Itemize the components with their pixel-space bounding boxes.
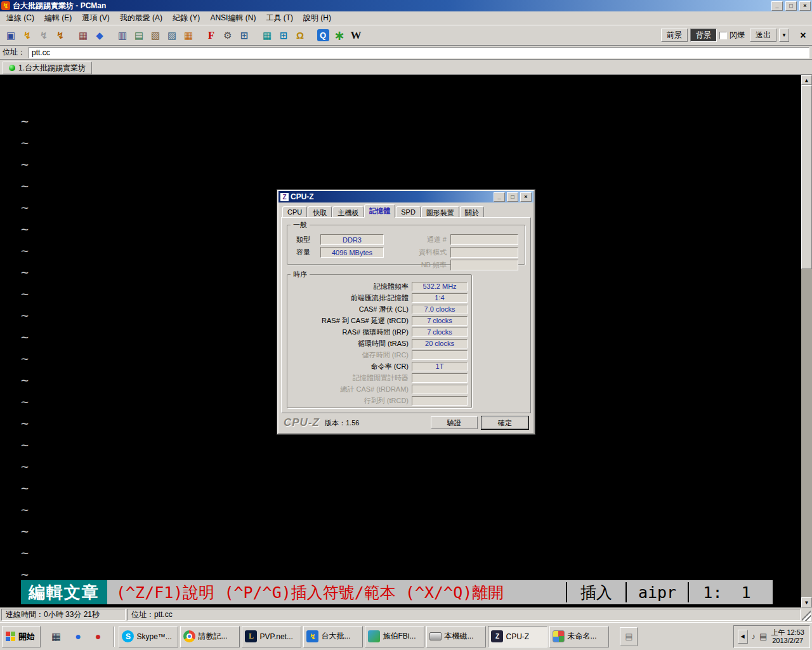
font-icon[interactable]: F [203,28,219,43]
session-tab[interactable]: 1.台大批踢踢實業坊 [3,62,92,74]
menu-item[interactable]: 工具 (T) [261,11,298,25]
timing-value: 1T [412,362,468,371]
wikipedia-icon[interactable]: W [348,28,364,43]
close-session-icon[interactable]: ▦ [75,28,91,43]
timing-row: 總計 CAS# (tRDRAM) [289,384,468,394]
menu-item[interactable]: 選項 (V) [77,11,114,25]
start-button[interactable]: 開始 [2,626,41,647]
menu-item[interactable]: 紀錄 (Y) [167,11,205,25]
pcman-web-icon[interactable]: Q [315,28,331,43]
memory-type-value: DDR3 [320,234,384,245]
background-button[interactable]: 背景 [690,29,717,42]
split-view-icon[interactable]: ⊞ [236,28,252,43]
start-label: 開始 [18,631,35,642]
tilde-line: ~ [21,110,812,132]
toolbar: ▣↯↯↯▦◆▥▤▧▨▦F⚙⊞▦⊞ΩQ∗W 前景 背景 閃爍 送出 ▼ × [0,25,812,46]
calculator-icon[interactable]: ▦ [51,630,61,642]
send-button[interactable]: 送出 [750,29,776,42]
validate-button[interactable]: 驗證 [431,416,478,429]
taskbar-button-messenger[interactable]: 施伯FBi... [365,626,424,647]
taskbar-button-skype[interactable]: S Skype™... [119,626,178,647]
timing-row: 儲存時間 (tRC) [289,350,468,360]
new-connection-icon[interactable]: ▣ [3,28,19,43]
taskbar-button-cpuz[interactable]: Z CPU-Z [488,626,547,647]
network-icon[interactable]: ▤ [759,632,767,641]
timing-label: 記憶體閒置計時器 [289,373,409,383]
scrollbar-thumb[interactable] [801,85,812,269]
cpuz-tab[interactable]: 記憶體 [364,204,395,218]
menu-item[interactable]: ANSI編輯 (N) [205,11,261,25]
cpuz-maximize-button[interactable]: □ [507,192,518,202]
cpuz-tab[interactable]: 主機板 [332,206,363,218]
copy-ansi-icon[interactable]: ▤ [131,28,147,43]
background-app-button[interactable]: ▤ [620,627,638,646]
menu-item[interactable]: 編輯 (E) [39,11,77,25]
pointer-icon[interactable]: ● [75,631,81,642]
disconnect-icon[interactable]: ↯ [36,28,52,43]
menu-item[interactable]: 連線 (C) [1,11,39,25]
taskbar-clock: 上午 12:53 2013/2/27 [771,628,804,645]
address-input[interactable] [29,47,809,58]
cpuz-tab-strip: CPU快取主機板記憶體SPD圖形裝置關於 [278,204,534,218]
cpuz-tab[interactable]: 關於 [460,206,484,218]
cpuz-titlebar[interactable]: Z CPU-Z _ □ × [278,191,534,202]
restore-button[interactable]: □ [785,1,797,11]
foreground-button[interactable]: 前景 [661,29,688,42]
nb-frequency-label: NB 頻率 [412,260,447,270]
timing-value: 7.0 clocks [412,305,468,314]
scroll-up-icon[interactable]: ▲ [801,75,812,85]
cpuz-close-button[interactable]: × [520,192,532,202]
editor-status-bar: 編輯文章 (^Z/F1)說明 (^P/^G)插入符號/範本 (^X/^Q)離開 … [21,580,773,604]
taskbar-button-chrome[interactable]: 請教記... [180,626,240,647]
taskbar-button-disk[interactable]: 本機磁... [426,626,486,647]
nb-frequency-value [450,260,518,270]
taskbar-button-pvpnet[interactable]: L PVP.net... [242,626,301,647]
timing-value: 7 clocks [412,328,468,337]
timing-label: 記憶體頻率 [289,282,409,291]
cpuz-minimize-button[interactable]: _ [494,192,505,202]
cpuz-tab[interactable]: CPU [282,206,307,218]
paste-icon[interactable]: ▧ [147,28,164,43]
volume-icon[interactable]: ♪ [752,632,756,641]
settings-gear-icon[interactable]: ⚙ [219,28,236,43]
disk-drive-icon [429,632,442,640]
taskbar-button-pcman[interactable]: ↯ 台大批... [303,626,363,647]
paste-color-icon[interactable]: ▨ [164,28,180,43]
ansi-color-icon[interactable]: ⊞ [275,28,292,43]
window-titlebar[interactable]: ↯ 台大批踢踢實業坊 - PCMan _ □ × [0,0,812,11]
clock-time: 上午 12:53 [771,628,804,637]
taskbar-button-paint[interactable]: 未命名... [549,626,609,647]
menu-item[interactable]: 我的最愛 (A) [115,11,167,25]
close-button[interactable]: × [799,1,811,11]
blink-checkbox[interactable] [719,32,727,39]
connect-icon[interactable]: ↯ [19,28,36,43]
copy-icon[interactable]: ▥ [114,28,131,43]
icon-glyph: ▦ [79,30,88,40]
cpuz-tab[interactable]: 圖形裝置 [421,206,459,218]
scroll-down-icon[interactable]: ▼ [801,597,812,607]
ok-button[interactable]: 確定 [481,416,528,429]
cpuz-tab[interactable]: SPD [396,206,421,218]
minimize-button[interactable]: _ [771,1,783,11]
icon-glyph: ∗ [334,29,345,42]
cpuz-tab[interactable]: 快取 [308,206,332,218]
lock-icon[interactable]: Ω [292,28,308,43]
chrome-icon [183,630,195,642]
icon-glyph: Q [317,29,329,41]
web-flower-icon[interactable]: ∗ [331,28,348,43]
send-dropdown-icon[interactable]: ▼ [779,29,789,42]
skype-icon: S [122,630,134,642]
ansi-editor-icon[interactable]: ▦ [259,28,275,43]
menu-item[interactable]: 說明 (H) [298,11,336,25]
pin-icon[interactable]: ◆ [91,28,108,43]
toolbar-close-icon[interactable]: × [797,30,809,41]
window-title: 台大批踢踢實業坊 - PCMan [13,1,769,11]
tray-chevron-icon[interactable]: ◀ [738,630,748,644]
terminal-scrollbar[interactable]: ▲ ▼ [801,75,812,607]
media-player-icon[interactable]: ● [95,631,102,642]
save-icon[interactable]: ▦ [180,28,197,43]
timing-value [412,385,468,394]
icon-glyph: ⊞ [240,30,249,40]
timing-label: 行到列 (tRCD) [289,396,409,406]
reconnect-icon[interactable]: ↯ [52,28,69,43]
